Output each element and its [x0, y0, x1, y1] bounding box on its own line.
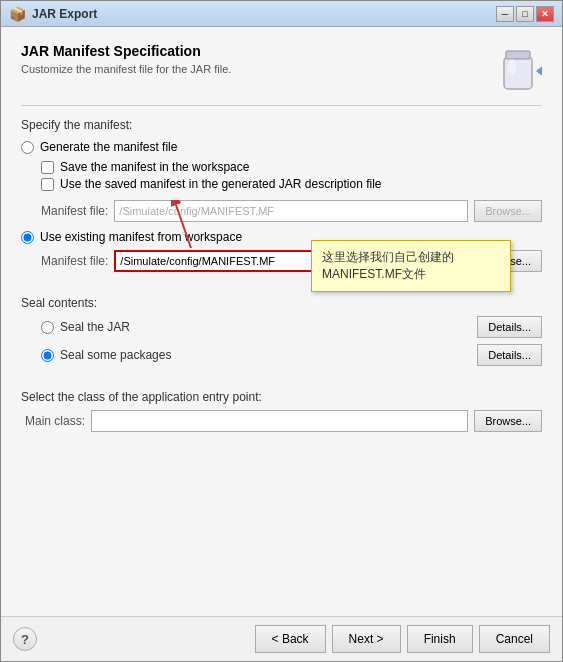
svg-marker-3 — [536, 63, 542, 79]
svg-rect-0 — [504, 57, 532, 89]
generate-sub-options: Save the manifest in the workspace Use t… — [41, 160, 542, 194]
use-saved-row: Use the saved manifest in the generated … — [41, 177, 542, 191]
manifest-file-row-grey: Manifest file: Browse... — [41, 200, 542, 222]
save-manifest-label: Save the manifest in the workspace — [60, 160, 249, 174]
manifest-file-label-grey: Manifest file: — [41, 204, 108, 218]
specify-label: Specify the manifest: — [21, 118, 542, 132]
seal-packages-row: Seal some packages Details... — [41, 344, 542, 366]
tooltip-text: 这里选择我们自己创建的MANIFEST.MF文件 — [322, 250, 454, 281]
seal-packages-label: Seal some packages — [60, 348, 171, 362]
use-saved-label: Use the saved manifest in the generated … — [60, 177, 382, 191]
dialog-footer: ? < Back Next > Finish Cancel — [1, 616, 562, 661]
manifest-file-label: Manifest file: — [41, 254, 108, 268]
cancel-button[interactable]: Cancel — [479, 625, 550, 653]
jar-icon — [494, 43, 542, 95]
tooltip-box: 这里选择我们自己创建的MANIFEST.MF文件 — [311, 240, 511, 292]
seal-packages-details-button[interactable]: Details... — [477, 344, 542, 366]
back-button[interactable]: < Back — [255, 625, 326, 653]
next-button[interactable]: Next > — [332, 625, 401, 653]
main-class-input[interactable] — [91, 410, 468, 432]
maximize-button[interactable]: □ — [516, 6, 534, 22]
window-title: JAR Export — [32, 7, 97, 21]
seal-packages-left: Seal some packages — [41, 348, 171, 362]
save-manifest-checkbox[interactable] — [41, 161, 54, 174]
seal-rows: Seal the JAR Details... Seal some packag… — [41, 316, 542, 366]
seal-contents-section: Seal contents: Seal the JAR Details... S… — [21, 296, 542, 372]
entry-label: Select the class of the application entr… — [21, 390, 542, 404]
seal-jar-radio[interactable] — [41, 321, 54, 334]
jar-export-window: 📦 JAR Export ─ □ ✕ JAR Manifest Specific… — [0, 0, 563, 662]
header-section: JAR Manifest Specification Customize the… — [21, 43, 542, 106]
use-saved-checkbox[interactable] — [41, 178, 54, 191]
main-class-row: Main class: Browse... — [25, 410, 542, 432]
footer-buttons: < Back Next > Finish Cancel — [255, 625, 550, 653]
generate-manifest-radio[interactable] — [21, 141, 34, 154]
save-manifest-row: Save the manifest in the workspace — [41, 160, 542, 174]
minimize-button[interactable]: ─ — [496, 6, 514, 22]
svg-line-5 — [176, 205, 191, 248]
seal-packages-radio[interactable] — [41, 349, 54, 362]
seal-jar-details-button[interactable]: Details... — [477, 316, 542, 338]
manifest-file-input-grey[interactable] — [114, 200, 468, 222]
main-class-label: Main class: — [25, 414, 85, 428]
dialog-subtitle: Customize the manifest file for the JAR … — [21, 63, 231, 75]
dialog-content: JAR Manifest Specification Customize the… — [1, 27, 562, 616]
seal-jar-left: Seal the JAR — [41, 320, 130, 334]
entry-section: Select the class of the application entr… — [21, 390, 542, 432]
title-bar: 📦 JAR Export ─ □ ✕ — [1, 1, 562, 27]
title-bar-buttons: ─ □ ✕ — [496, 6, 554, 22]
svg-point-2 — [508, 59, 516, 75]
use-existing-radio[interactable] — [21, 231, 34, 244]
header-text: JAR Manifest Specification Customize the… — [21, 43, 231, 75]
generate-manifest-option: Generate the manifest file — [21, 140, 542, 154]
dialog-title: JAR Manifest Specification — [21, 43, 231, 59]
finish-button[interactable]: Finish — [407, 625, 473, 653]
help-button[interactable]: ? — [13, 627, 37, 651]
seal-jar-label: Seal the JAR — [60, 320, 130, 334]
tooltip-arrow-svg — [171, 200, 231, 250]
browse-button-grey[interactable]: Browse... — [474, 200, 542, 222]
window-icon: 📦 — [9, 6, 26, 22]
generate-manifest-label: Generate the manifest file — [40, 140, 177, 154]
manifest-active-wrapper: Manifest file: Browse... 这里选择我们自己创建的MANI… — [21, 250, 542, 280]
seal-label: Seal contents: — [21, 296, 542, 310]
svg-rect-1 — [506, 51, 530, 59]
close-button[interactable]: ✕ — [536, 6, 554, 22]
seal-jar-row: Seal the JAR Details... — [41, 316, 542, 338]
footer-left: ? — [13, 627, 37, 651]
title-bar-left: 📦 JAR Export — [9, 6, 97, 22]
main-class-browse-button[interactable]: Browse... — [474, 410, 542, 432]
